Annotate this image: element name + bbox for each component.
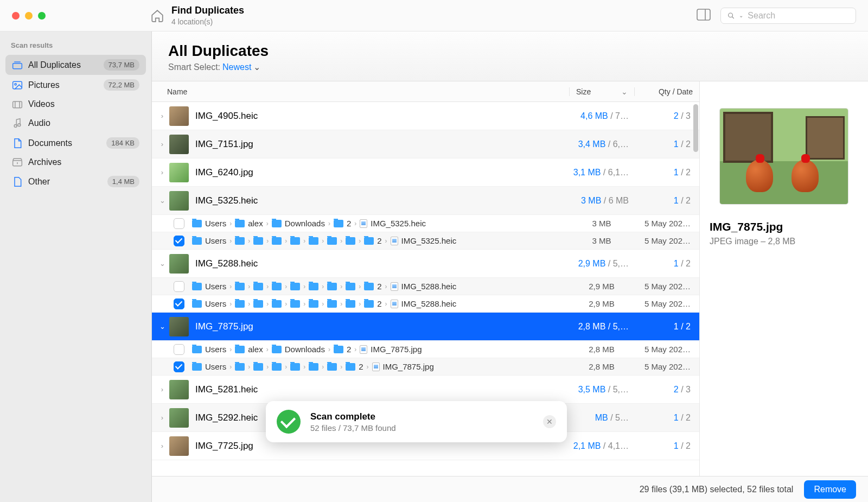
sidebar-item-videos[interactable]: Videos <box>5 95 146 113</box>
table-row[interactable]: ›IMG_5281.heic3,5 MB / 5,…2 / 3 <box>152 376 699 404</box>
toast-subtitle: 52 files / 73,7 MB found <box>310 423 396 433</box>
chevron-right-icon: › <box>354 220 356 227</box>
chevron-right-icon: › <box>340 300 342 308</box>
close-window-button[interactable] <box>12 12 20 20</box>
window-title: Find Duplicates <box>171 5 244 16</box>
sidebar-item-label: Pictures <box>28 80 60 90</box>
file-qty: 1 / 2 <box>634 196 699 206</box>
path-row[interactable]: Users››››››››2›IMG_5325.heic3 MB5 May 20… <box>152 232 699 250</box>
remove-button[interactable]: Remove <box>804 480 856 499</box>
sidebar-item-other[interactable]: Other1,4 MB <box>5 171 146 192</box>
toolbar: Find Duplicates 4 location(s) ⌄ <box>0 0 868 31</box>
table-row[interactable]: ›IMG_4905.heic4,6 MB / 7…2 / 3 <box>152 102 699 130</box>
folder-icon <box>364 300 374 308</box>
path-row[interactable]: Users››››››››2›IMG_5288.heic2,9 MB5 May … <box>152 278 699 295</box>
sidebar-item-all-duplicates[interactable]: All Duplicates73,7 MB <box>5 55 146 75</box>
path-size: 2,8 MB <box>569 362 634 371</box>
sidebar-item-documents[interactable]: Documents184 KB <box>5 133 146 153</box>
image-file-icon <box>391 300 398 308</box>
file-size: MB / 5… <box>569 413 634 423</box>
toast-close-button[interactable]: ✕ <box>543 415 556 428</box>
folder-icon <box>346 283 355 290</box>
folder-icon <box>290 237 300 245</box>
col-qty[interactable]: Qty / Date <box>634 87 699 96</box>
disclosure-chevron-icon[interactable]: ⌄ <box>155 259 169 268</box>
chevron-right-icon: › <box>328 220 330 227</box>
path-size: 2,9 MB <box>569 282 634 291</box>
folder-icon <box>327 363 337 371</box>
select-checkbox[interactable] <box>174 236 184 246</box>
chevron-right-icon: › <box>229 283 232 290</box>
path-row[interactable]: Users›alex›Downloads›2›IMG_5325.heic3 MB… <box>152 215 699 232</box>
table-row[interactable]: ⌄IMG_7875.jpg2,8 MB / 5,…1 / 2 <box>152 313 699 341</box>
preview-image <box>720 109 848 204</box>
disclosure-chevron-icon[interactable]: ⌄ <box>155 322 169 331</box>
folder-icon <box>309 300 318 308</box>
disclosure-chevron-icon[interactable]: › <box>155 168 169 176</box>
chevron-right-icon: › <box>248 283 250 290</box>
file-qty: 2 / 3 <box>634 111 699 121</box>
sidebar-item-label: Audio <box>28 118 50 128</box>
select-checkbox[interactable] <box>174 281 184 292</box>
disclosure-chevron-icon[interactable]: › <box>155 414 169 422</box>
folder-icon <box>192 346 202 353</box>
image-file-icon <box>391 282 398 291</box>
chevron-right-icon: › <box>303 237 305 245</box>
folder-icon <box>235 363 245 371</box>
path-date: 5 May 202… <box>634 362 699 371</box>
disclosure-chevron-icon[interactable]: › <box>155 112 169 120</box>
toast-scan-complete: Scan complete 52 files / 73,7 MB found ✕ <box>266 401 567 442</box>
chevron-right-icon: › <box>248 237 250 245</box>
preview-subtitle: JPEG image – 2,8 MB <box>710 237 858 246</box>
thumbnail <box>169 408 189 428</box>
smart-select[interactable]: Smart Select: Newest ⌄ <box>168 62 852 72</box>
chevron-right-icon: › <box>322 237 324 245</box>
folder-icon <box>235 283 245 290</box>
search-field[interactable]: ⌄ <box>720 8 856 24</box>
col-size[interactable]: Size⌄ <box>569 87 634 96</box>
path-row[interactable]: Users››››››››2›IMG_5288.heic2,9 MB5 May … <box>152 295 699 313</box>
sidebar-item-badge: 73,7 MB <box>104 59 139 71</box>
window-controls <box>0 12 141 20</box>
sidebar-item-archives[interactable]: Archives <box>5 153 146 171</box>
col-name[interactable]: Name <box>152 87 569 96</box>
file-size: 2,8 MB / 5,… <box>569 322 634 332</box>
home-button[interactable] <box>146 9 168 23</box>
folder-icon <box>309 283 318 290</box>
search-input[interactable] <box>748 11 849 21</box>
folder-icon <box>346 300 355 308</box>
footer: 29 files (39,1 MB) selected, 52 files to… <box>152 476 868 502</box>
table-row[interactable]: ›IMG_7151.jpg3,4 MB / 6,…1 / 2 <box>152 130 699 158</box>
folder-icon <box>272 300 282 308</box>
path-row[interactable]: Users›››››››2›IMG_7875.jpg2,8 MB5 May 20… <box>152 358 699 376</box>
folder-icon <box>290 363 300 371</box>
disclosure-chevron-icon[interactable]: › <box>155 385 169 393</box>
path-size: 3 MB <box>569 236 634 245</box>
preview-pane: IMG_7875.jpg JPEG image – 2,8 MB <box>700 81 868 476</box>
file-qty: 1 / 2 <box>634 168 699 177</box>
minimize-window-button[interactable] <box>25 12 33 20</box>
select-checkbox[interactable] <box>174 218 184 229</box>
thumbnail <box>169 135 189 154</box>
chevron-right-icon: › <box>385 300 387 308</box>
disclosure-chevron-icon[interactable]: › <box>155 140 169 148</box>
table-row[interactable]: ⌄IMG_5288.heic2,9 MB / 5,…1 / 2 <box>152 250 699 278</box>
sidebar-item-audio[interactable]: Audio <box>5 113 146 133</box>
table-row[interactable]: ›IMG_6240.jpg3,1 MB / 6,1…1 / 2 <box>152 158 699 187</box>
disclosure-chevron-icon[interactable]: ⌄ <box>155 196 169 205</box>
select-checkbox[interactable] <box>174 344 184 355</box>
file-name: IMG_7875.jpg <box>195 321 569 332</box>
zoom-window-button[interactable] <box>38 12 46 20</box>
sidebar-item-pictures[interactable]: Pictures72,2 MB <box>5 75 146 95</box>
disclosure-chevron-icon[interactable]: › <box>155 442 169 450</box>
folder-icon <box>309 363 318 371</box>
chevron-right-icon: › <box>385 237 387 245</box>
footer-status: 29 files (39,1 MB) selected, 52 files to… <box>640 485 794 494</box>
path-row[interactable]: Users›alex›Downloads›2›IMG_7875.jpg2,8 M… <box>152 341 699 358</box>
scrollbar-thumb[interactable] <box>693 104 698 152</box>
chevron-right-icon: › <box>359 300 361 308</box>
toggle-sidebar-button[interactable] <box>697 9 711 23</box>
select-checkbox[interactable] <box>174 361 184 372</box>
select-checkbox[interactable] <box>174 298 184 309</box>
table-row[interactable]: ⌄IMG_5325.heic3 MB / 6 MB1 / 2 <box>152 187 699 215</box>
